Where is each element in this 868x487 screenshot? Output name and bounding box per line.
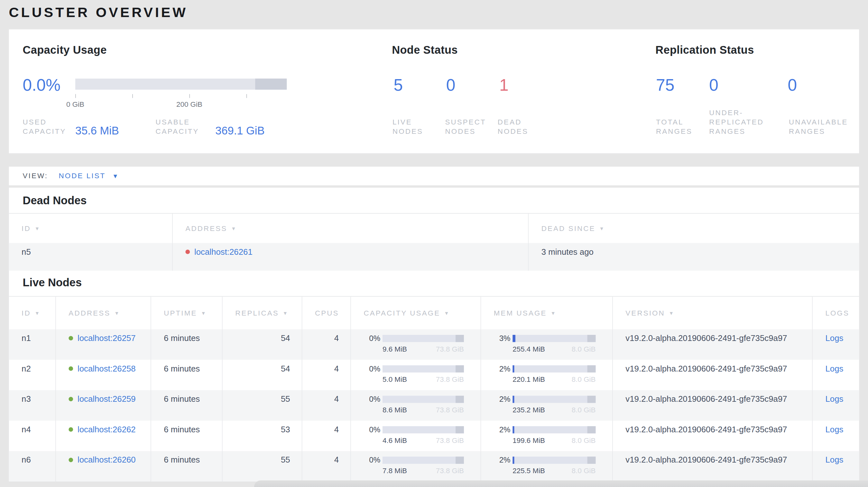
node-cpus: 4 [302,451,350,482]
dead-node-address-link[interactable]: localhost:26261 [194,247,253,256]
live-status-icon [68,458,73,462]
node-cpus: 4 [302,421,350,451]
sort-desc-icon: ▼ [114,309,119,318]
usable-capacity-value: 369.1 GiB [215,125,265,137]
node-address-link[interactable]: localhost:26258 [78,363,136,373]
usable-capacity-label: USABLE CAPACITY [156,118,206,136]
live-node-row: n3 localhost:26259 6 minutes 55 4 0% 8.6… [9,390,859,421]
memory-bar [513,365,595,372]
live-node-row: n1 localhost:26257 6 minutes 54 4 0% 9.6… [9,329,859,360]
capacity-bar-reserved-segment [255,78,287,90]
node-replicas: 55 [222,390,302,421]
node-mem-usage: 2% 220.1 MiB8.0 GiB [480,360,613,390]
live-status-icon [68,397,73,401]
capacity-tick-label: 200 GiB [176,100,203,108]
view-selector-dropdown[interactable]: NODE LIST▼ [59,167,118,186]
node-address-link[interactable]: localhost:26260 [78,455,136,464]
live-header-replicas[interactable]: REPLICAS▼ [222,297,302,329]
logs-link[interactable]: Logs [826,333,843,343]
unavailable-label: UNAVAILABLE RANGES [789,118,852,136]
dead-nodes-label: DEAD NODES [498,118,537,136]
node-version: v19.2.0-alpha.20190606-2491-gfe735c9a97 [612,390,812,421]
node-address: localhost:26259 [55,390,151,421]
node-address-link[interactable]: localhost:26257 [78,333,136,343]
sort-desc-icon: ▼ [35,224,39,233]
live-nodes-count: 5 [394,75,403,96]
chevron-down-icon: ▼ [112,173,118,180]
node-id: n4 [9,421,56,451]
dead-header-address[interactable]: ADDRESS▼ [172,214,528,243]
suspect-nodes-label: SUSPECT NODES [445,118,489,136]
node-cpus: 4 [302,390,350,421]
live-header-cpus[interactable]: CPUS [302,297,350,329]
live-header-uptime[interactable]: UPTIME▼ [151,297,222,329]
node-id: n1 [9,329,56,360]
used-capacity-label: USED CAPACITY [23,118,73,136]
node-capacity-usage: 0% 9.6 MiB73.8 GiB [350,329,480,360]
node-uptime: 6 minutes [151,451,222,482]
sort-desc-icon: ▼ [35,309,39,318]
dead-nodes-table: ID▼ ADDRESS▼ DEAD SINCE▼ n5 localhost:26… [9,213,859,270]
capacity-bar [382,456,464,463]
live-nodes-heading: Live Nodes [23,276,82,289]
sort-desc-icon: ▼ [444,309,449,318]
dead-nodes-header-row: ID▼ ADDRESS▼ DEAD SINCE▼ [9,214,859,243]
dead-header-dead-since[interactable]: DEAD SINCE▼ [528,214,859,243]
dead-header-id[interactable]: ID▼ [9,214,173,243]
capacity-bar [382,365,464,372]
node-version: v19.2.0-alpha.20190606-2491-gfe735c9a97 [612,451,812,482]
node-capacity-usage: 0% 5.0 MiB73.8 GiB [350,360,480,390]
dead-node-address: localhost:26261 [172,243,528,270]
node-uptime: 6 minutes [151,329,222,360]
view-bar: VIEW: NODE LIST▼ [8,166,860,186]
logs-link[interactable]: Logs [826,425,843,434]
capacity-bar [382,426,464,433]
live-header-mem-usage[interactable]: MEM USAGE▼ [480,297,613,329]
live-header-capacity-usage[interactable]: CAPACITY USAGE▼ [350,297,480,329]
capacity-tick [132,94,133,98]
node-mem-usage: 2% 225.5 MiB8.0 GiB [480,451,613,482]
node-address: localhost:26257 [55,329,151,360]
capacity-tick [75,94,76,98]
sort-desc-icon: ▼ [551,309,555,318]
used-capacity-value: 35.6 MiB [75,125,119,137]
live-status-icon [68,336,73,340]
dead-status-icon [185,250,190,254]
node-address: localhost:26262 [55,421,151,451]
live-header-logs[interactable]: LOGS [812,297,859,329]
cluster-summary-card: Capacity Usage 0.0% 0 GiB 200 GiB USED C… [8,29,860,154]
suspect-nodes-count: 0 [446,75,456,96]
sort-desc-icon: ▼ [201,309,206,318]
live-header-address[interactable]: ADDRESS▼ [55,297,151,329]
node-logs: Logs [812,390,859,421]
node-address-link[interactable]: localhost:26259 [78,394,136,403]
live-status-icon [68,366,73,371]
capacity-usage-heading: Capacity Usage [23,44,107,57]
live-node-row: n2 localhost:26258 6 minutes 54 4 0% 5.0… [9,360,859,390]
node-id: n3 [9,390,56,421]
node-logs: Logs [812,360,859,390]
live-header-version[interactable]: VERSION▼ [612,297,812,329]
live-nodes-label: LIVE NODES [393,118,432,136]
live-nodes-table: ID▼ ADDRESS▼ UPTIME▼ REPLICAS▼ CPUS CAPA… [9,296,859,482]
node-version: v19.2.0-alpha.20190606-2491-gfe735c9a97 [612,329,812,360]
node-list-card: Dead Nodes ID▼ ADDRESS▼ DEAD SINCE▼ n5 l… [8,187,860,481]
node-logs: Logs [812,421,859,451]
capacity-tick-label: 0 GiB [66,100,84,108]
live-node-row: n4 localhost:26262 6 minutes 53 4 0% 4.6… [9,421,859,451]
node-mem-usage: 2% 235.2 MiB8.0 GiB [480,390,613,421]
node-mem-usage: 3% 255.4 MiB8.0 GiB [480,329,613,360]
dead-node-id: n5 [9,243,173,270]
node-address: localhost:26258 [55,360,151,390]
capacity-usage-percent: 0.0% [23,75,61,96]
live-header-id[interactable]: ID▼ [9,297,56,329]
memory-bar [513,395,595,402]
node-address: localhost:26260 [55,451,151,482]
node-address-link[interactable]: localhost:26262 [78,425,136,434]
sort-desc-icon: ▼ [669,309,674,318]
logs-link[interactable]: Logs [826,455,843,464]
logs-link[interactable]: Logs [826,394,843,403]
logs-link[interactable]: Logs [826,363,843,373]
capacity-usage-bar [75,78,287,90]
node-capacity-usage: 0% 4.6 MiB73.8 GiB [350,421,480,451]
